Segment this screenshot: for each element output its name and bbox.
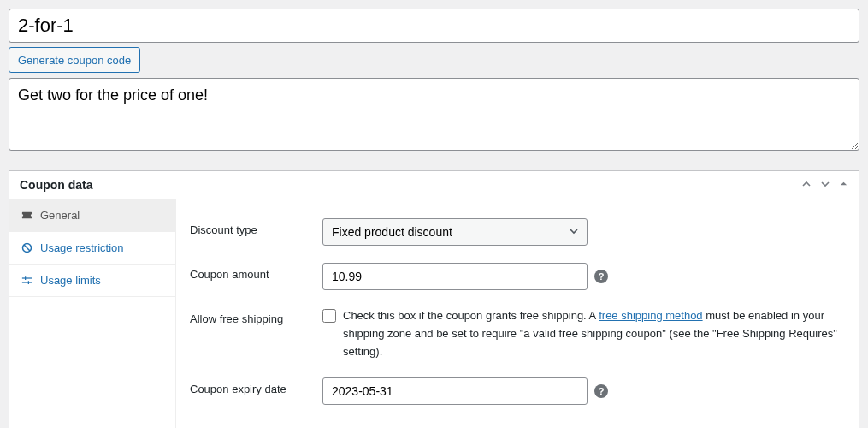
expiry-date-input[interactable] bbox=[322, 377, 588, 405]
tab-usage-limits[interactable]: Usage limits bbox=[9, 265, 175, 297]
tab-general[interactable]: General bbox=[9, 199, 175, 232]
row-expiry-date: Coupon expiry date ? bbox=[190, 369, 845, 413]
free-shipping-description: Check this box if the coupon grants free… bbox=[343, 307, 845, 360]
panel-down-icon[interactable] bbox=[820, 179, 830, 192]
label-coupon-amount: Coupon amount bbox=[190, 263, 322, 281]
tab-content-general: Discount type Fixed product discount Cou… bbox=[176, 199, 859, 428]
ticket-icon bbox=[20, 209, 33, 222]
svg-line-1 bbox=[24, 245, 30, 251]
coupon-code-input[interactable] bbox=[9, 9, 859, 43]
row-discount-type: Discount type Fixed product discount bbox=[190, 210, 845, 254]
sliders-icon bbox=[20, 274, 33, 287]
panel-up-icon[interactable] bbox=[801, 179, 812, 192]
coupon-description-textarea[interactable]: Get two for the price of one! bbox=[9, 78, 859, 151]
row-coupon-amount: Coupon amount ? bbox=[190, 254, 845, 299]
coupon-data-tabs: General Usage restriction Usage limits bbox=[9, 199, 176, 428]
coupon-data-panel: Coupon data General bbox=[9, 170, 859, 428]
tab-label: General bbox=[40, 209, 80, 222]
row-free-shipping: Allow free shipping Check this box if th… bbox=[190, 299, 845, 369]
panel-title: Coupon data bbox=[20, 178, 93, 192]
label-free-shipping: Allow free shipping bbox=[190, 307, 322, 325]
tab-label: Usage restriction bbox=[40, 241, 124, 254]
help-icon[interactable]: ? bbox=[594, 384, 608, 398]
panel-body: General Usage restriction Usage limits D… bbox=[9, 199, 859, 428]
free-shipping-method-link[interactable]: free shipping method bbox=[599, 309, 702, 322]
tab-label: Usage limits bbox=[40, 274, 101, 287]
label-expiry-date: Coupon expiry date bbox=[190, 377, 322, 395]
label-discount-type: Discount type bbox=[190, 218, 322, 236]
coupon-amount-input[interactable] bbox=[322, 263, 588, 290]
panel-controls bbox=[801, 179, 848, 192]
panel-header: Coupon data bbox=[9, 171, 859, 199]
free-shipping-checkbox[interactable] bbox=[322, 309, 336, 323]
panel-toggle-icon[interactable] bbox=[839, 179, 848, 192]
tab-usage-restriction[interactable]: Usage restriction bbox=[9, 232, 175, 265]
generate-coupon-code-button[interactable]: Generate coupon code bbox=[9, 47, 140, 73]
discount-type-select[interactable]: Fixed product discount bbox=[322, 218, 588, 246]
no-icon bbox=[20, 241, 33, 254]
help-icon[interactable]: ? bbox=[594, 270, 608, 283]
